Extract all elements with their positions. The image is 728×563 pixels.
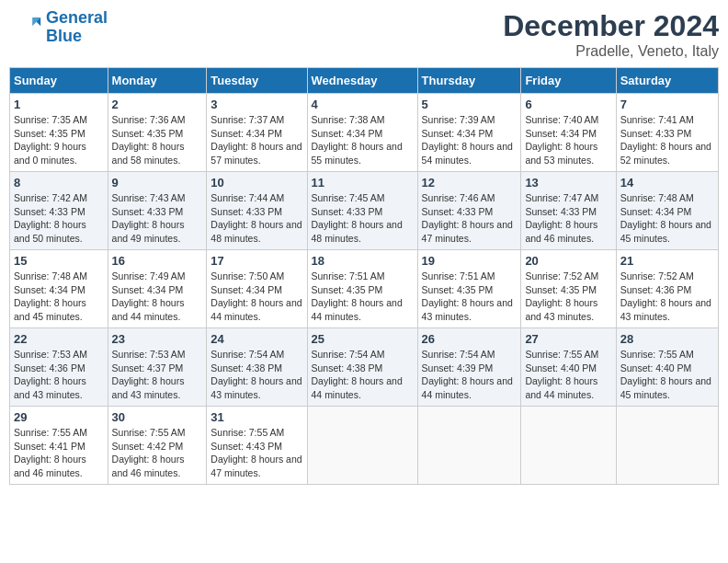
calendar-cell: 12 Sunrise: 7:46 AMSunset: 4:33 PMDaylig… [417,172,521,250]
day-number: 26 [422,332,518,346]
calendar-cell: 26 Sunrise: 7:54 AMSunset: 4:39 PMDaylig… [417,328,521,407]
calendar-cell: 6 Sunrise: 7:40 AMSunset: 4:34 PMDayligh… [521,94,616,172]
calendar-cell: 9 Sunrise: 7:43 AMSunset: 4:33 PMDayligh… [108,172,207,250]
calendar-cell: 8 Sunrise: 7:42 AMSunset: 4:33 PMDayligh… [10,172,108,250]
calendar-cell: 20 Sunrise: 7:52 AMSunset: 4:35 PMDaylig… [521,250,616,328]
month-title: December 2024 [503,9,719,43]
calendar-cell: 21 Sunrise: 7:52 AMSunset: 4:36 PMDaylig… [616,250,718,328]
day-info: Sunrise: 7:42 AMSunset: 4:33 PMDaylight:… [14,191,104,246]
day-number: 24 [210,332,302,346]
calendar-cell: 31 Sunrise: 7:55 AMSunset: 4:43 PMDaylig… [207,407,307,485]
day-info: Sunrise: 7:52 AMSunset: 4:35 PMDaylight:… [525,270,611,324]
day-info: Sunrise: 7:51 AMSunset: 4:35 PMDaylight:… [312,270,414,324]
day-info: Sunrise: 7:54 AMSunset: 4:39 PMDaylight:… [422,348,518,402]
calendar-cell: 3 Sunrise: 7:37 AMSunset: 4:34 PMDayligh… [207,94,307,172]
day-info: Sunrise: 7:37 AMSunset: 4:34 PMDaylight:… [210,113,302,167]
header-monday: Monday [108,68,207,94]
day-number: 17 [210,254,302,268]
day-info: Sunrise: 7:45 AMSunset: 4:33 PMDaylight:… [312,191,414,246]
day-number: 20 [525,254,611,268]
day-number: 22 [14,332,104,346]
title-section: December 2024 Pradelle, Veneto, Italy [503,9,719,60]
day-number: 5 [422,98,518,111]
day-info: Sunrise: 7:44 AMSunset: 4:33 PMDaylight:… [210,191,302,246]
calendar-cell [521,407,616,485]
header-saturday: Saturday [616,68,718,94]
logo-text: General Blue [46,9,108,46]
calendar-week-row: 29 Sunrise: 7:55 AMSunset: 4:41 PMDaylig… [10,407,719,485]
day-number: 3 [210,98,302,111]
day-number: 13 [525,176,611,190]
day-info: Sunrise: 7:43 AMSunset: 4:33 PMDaylight:… [112,191,203,246]
header-wednesday: Wednesday [307,68,417,94]
header-sunday: Sunday [10,68,108,94]
calendar-week-row: 22 Sunrise: 7:53 AMSunset: 4:36 PMDaylig… [10,328,719,407]
calendar-cell [417,407,521,485]
calendar-header-row: SundayMondayTuesdayWednesdayThursdayFrid… [10,68,719,94]
calendar-cell: 19 Sunrise: 7:51 AMSunset: 4:35 PMDaylig… [417,250,521,328]
calendar-cell: 27 Sunrise: 7:55 AMSunset: 4:40 PMDaylig… [521,328,616,407]
calendar-cell: 16 Sunrise: 7:49 AMSunset: 4:34 PMDaylig… [108,250,207,328]
calendar-cell: 10 Sunrise: 7:44 AMSunset: 4:33 PMDaylig… [207,172,307,250]
calendar-cell [307,407,417,485]
day-number: 4 [312,98,414,111]
day-number: 10 [210,176,302,190]
day-number: 9 [112,176,203,190]
calendar-cell: 24 Sunrise: 7:54 AMSunset: 4:38 PMDaylig… [207,328,307,407]
day-number: 14 [620,176,714,190]
day-number: 12 [422,176,518,190]
day-number: 6 [525,98,611,111]
day-info: Sunrise: 7:48 AMSunset: 4:34 PMDaylight:… [620,191,714,246]
calendar-cell: 17 Sunrise: 7:50 AMSunset: 4:34 PMDaylig… [207,250,307,328]
calendar-cell: 23 Sunrise: 7:53 AMSunset: 4:37 PMDaylig… [108,328,207,407]
calendar-cell: 11 Sunrise: 7:45 AMSunset: 4:33 PMDaylig… [307,172,417,250]
day-info: Sunrise: 7:39 AMSunset: 4:34 PMDaylight:… [422,113,518,167]
day-number: 16 [112,254,203,268]
calendar-cell: 18 Sunrise: 7:51 AMSunset: 4:35 PMDaylig… [307,250,417,328]
day-info: Sunrise: 7:40 AMSunset: 4:34 PMDaylight:… [525,113,611,167]
day-number: 19 [422,254,518,268]
calendar-cell: 4 Sunrise: 7:38 AMSunset: 4:34 PMDayligh… [307,94,417,172]
day-info: Sunrise: 7:55 AMSunset: 4:40 PMDaylight:… [620,348,714,402]
day-info: Sunrise: 7:48 AMSunset: 4:34 PMDaylight:… [14,270,104,324]
calendar-cell: 14 Sunrise: 7:48 AMSunset: 4:34 PMDaylig… [616,172,718,250]
day-number: 1 [14,98,104,111]
calendar-cell: 1 Sunrise: 7:35 AMSunset: 4:35 PMDayligh… [10,94,108,172]
day-number: 30 [112,410,203,424]
day-info: Sunrise: 7:36 AMSunset: 4:35 PMDaylight:… [112,113,203,167]
day-number: 28 [620,332,714,346]
logo-icon [9,11,42,44]
day-info: Sunrise: 7:55 AMSunset: 4:41 PMDaylight:… [14,426,104,480]
day-number: 11 [312,176,414,190]
day-number: 2 [112,98,203,111]
calendar-week-row: 8 Sunrise: 7:42 AMSunset: 4:33 PMDayligh… [10,172,719,250]
day-info: Sunrise: 7:54 AMSunset: 4:38 PMDaylight:… [312,348,414,402]
day-info: Sunrise: 7:50 AMSunset: 4:34 PMDaylight:… [210,270,302,324]
day-number: 7 [620,98,714,111]
day-info: Sunrise: 7:53 AMSunset: 4:37 PMDaylight:… [112,348,203,402]
day-info: Sunrise: 7:55 AMSunset: 4:40 PMDaylight:… [525,348,611,402]
calendar-cell: 22 Sunrise: 7:53 AMSunset: 4:36 PMDaylig… [10,328,108,407]
calendar-cell: 2 Sunrise: 7:36 AMSunset: 4:35 PMDayligh… [108,94,207,172]
logo: General Blue [9,9,108,46]
day-number: 31 [210,410,302,424]
calendar-cell [616,407,718,485]
day-info: Sunrise: 7:41 AMSunset: 4:33 PMDaylight:… [620,113,714,167]
calendar-cell: 30 Sunrise: 7:55 AMSunset: 4:42 PMDaylig… [108,407,207,485]
calendar-cell: 29 Sunrise: 7:55 AMSunset: 4:41 PMDaylig… [10,407,108,485]
day-info: Sunrise: 7:52 AMSunset: 4:36 PMDaylight:… [620,270,714,324]
day-number: 18 [312,254,414,268]
day-info: Sunrise: 7:38 AMSunset: 4:34 PMDaylight:… [312,113,414,167]
day-info: Sunrise: 7:49 AMSunset: 4:34 PMDaylight:… [112,270,203,324]
day-info: Sunrise: 7:46 AMSunset: 4:33 PMDaylight:… [422,191,518,246]
day-info: Sunrise: 7:55 AMSunset: 4:43 PMDaylight:… [210,426,302,480]
day-number: 29 [14,410,104,424]
day-info: Sunrise: 7:35 AMSunset: 4:35 PMDaylight:… [14,113,104,167]
calendar-week-row: 15 Sunrise: 7:48 AMSunset: 4:34 PMDaylig… [10,250,719,328]
header-tuesday: Tuesday [207,68,307,94]
location-title: Pradelle, Veneto, Italy [503,43,719,60]
day-info: Sunrise: 7:55 AMSunset: 4:42 PMDaylight:… [112,426,203,480]
day-number: 21 [620,254,714,268]
calendar-cell: 28 Sunrise: 7:55 AMSunset: 4:40 PMDaylig… [616,328,718,407]
day-number: 15 [14,254,104,268]
